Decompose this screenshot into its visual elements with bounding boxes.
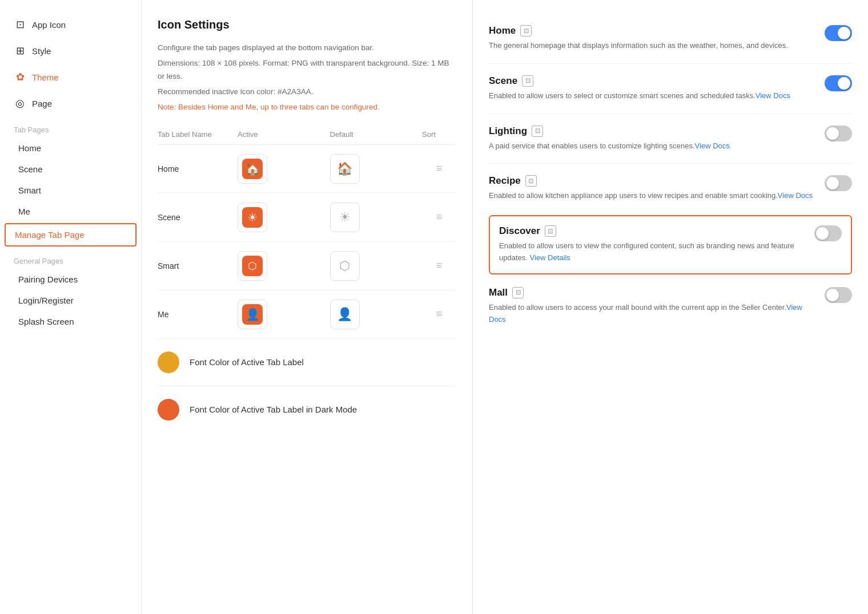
drag-handle-home[interactable]: ≡: [436, 163, 443, 175]
active-icon-home[interactable]: 🏠: [238, 154, 267, 184]
active-icon-smart[interactable]: ⬡: [238, 251, 267, 281]
home-toggle-track[interactable]: [825, 25, 852, 41]
sidebar-item-style[interactable]: ⊞ Style: [0, 38, 141, 64]
sidebar-item-pairing-devices[interactable]: Pairing Devices: [0, 269, 141, 290]
discover-toggle-track[interactable]: [814, 225, 842, 241]
feature-lighting-title: Lighting: [489, 126, 527, 137]
sidebar-item-splash-screen[interactable]: Splash Screen: [0, 311, 141, 332]
app-icon-icon: ⊡: [14, 18, 26, 31]
page-title: Icon Settings: [158, 18, 456, 31]
home-toggle[interactable]: [825, 25, 852, 41]
drag-handle-me[interactable]: ≡: [436, 308, 443, 320]
home-image-icon[interactable]: ⊡: [520, 25, 532, 37]
drag-handle-smart[interactable]: ≡: [436, 260, 443, 272]
tab-pages-section-label: Tab Pages: [0, 116, 141, 138]
lighting-toggle-track[interactable]: [825, 126, 852, 142]
sidebar-item-smart[interactable]: Smart: [0, 180, 141, 201]
font-color-dark-label: Font Color of Active Tab Label in Dark M…: [190, 405, 357, 414]
default-icon-me[interactable]: 👤: [330, 300, 360, 329]
feature-discover-desc: Enabled to allow users to view the confi…: [499, 240, 803, 264]
default-icon-scene[interactable]: ☀: [330, 203, 360, 232]
main-content: Icon Settings Configure the tab pages di…: [142, 0, 868, 614]
col-sort: Sort: [422, 130, 456, 139]
sidebar-item-label: App Icon: [32, 20, 66, 30]
sidebar-item-home[interactable]: Home: [0, 138, 141, 159]
sidebar-item-page[interactable]: ◎ Page: [0, 90, 141, 116]
default-icon-home[interactable]: 🏠: [330, 154, 360, 184]
feature-scene: Scene ⊡ Enabled to allow users to select…: [489, 64, 852, 114]
scene-view-docs-link[interactable]: View Docs: [756, 91, 790, 100]
scene-toggle[interactable]: [825, 75, 852, 91]
lighting-image-icon[interactable]: ⊡: [532, 126, 543, 137]
mall-image-icon[interactable]: ⊡: [512, 287, 524, 298]
sidebar-item-theme[interactable]: ✿ Theme: [0, 64, 141, 90]
lighting-toggle[interactable]: [825, 126, 852, 142]
row-label-scene: Scene: [158, 213, 238, 222]
home-toggle-knob: [838, 27, 850, 39]
feature-recipe-desc: Enabled to allow kitchen appliance app u…: [489, 190, 813, 202]
sidebar-item-scene[interactable]: Scene: [0, 159, 141, 180]
center-panel: Icon Settings Configure the tab pages di…: [142, 0, 473, 614]
feature-mall-desc: Enabled to allow users to access your ma…: [489, 302, 813, 326]
recipe-toggle-track[interactable]: [825, 175, 852, 191]
active-icon-scene[interactable]: ☀: [238, 203, 267, 232]
feature-lighting-desc: A paid service that enables users to cus…: [489, 140, 813, 152]
recipe-view-docs-link[interactable]: View Docs: [778, 191, 813, 200]
font-color-label: Font Color of Active Tab Label: [190, 357, 304, 367]
sidebar-item-manage-tab-page[interactable]: Manage Tab Page: [5, 223, 136, 247]
active-icon-me[interactable]: 👤: [238, 300, 267, 329]
sidebar-item-label: Style: [32, 46, 51, 56]
style-icon: ⊞: [14, 45, 26, 57]
recipe-toggle[interactable]: [825, 175, 852, 191]
feature-discover: Discover ⊡ Enabled to allow users to vie…: [489, 215, 852, 274]
sidebar-item-login-register[interactable]: Login/Register: [0, 290, 141, 311]
col-active: Active: [238, 130, 330, 139]
drag-handle-scene[interactable]: ≡: [436, 211, 443, 223]
lighting-toggle-knob: [826, 127, 839, 140]
feature-recipe: Recipe ⊡ Enabled to allow kitchen applia…: [489, 164, 852, 214]
sidebar-item-label: Theme: [32, 72, 59, 82]
col-default: Default: [330, 130, 423, 139]
table-header: Tab Label Name Active Default Sort: [158, 130, 456, 145]
table-row: Me 👤 👤 ≡: [158, 290, 456, 339]
feature-recipe-title: Recipe: [489, 175, 521, 187]
table-row: Smart ⬡ ⬡ ≡: [158, 242, 456, 290]
discover-toggle-knob: [816, 227, 829, 240]
feature-home-desc: The general homepage that displays infor…: [489, 40, 813, 52]
general-pages-section-label: General Pages: [0, 248, 141, 269]
page-icon: ◎: [14, 97, 26, 110]
discover-view-details-link[interactable]: View Details: [530, 253, 570, 262]
sidebar-item-app-icon[interactable]: ⊡ App Icon: [0, 11, 141, 38]
theme-icon: ✿: [14, 71, 26, 83]
col-label: Tab Label Name: [158, 130, 238, 139]
description-line-1: Configure the tab pages displayed at the…: [158, 42, 456, 55]
sidebar: ⊡ App Icon ⊞ Style ✿ Theme ◎ Page Tab Pa…: [0, 0, 142, 614]
right-panel: Home ⊡ The general homepage that display…: [473, 0, 868, 614]
recipe-image-icon[interactable]: ⊡: [525, 175, 537, 187]
default-icon-smart[interactable]: ⬡: [330, 251, 360, 281]
table-row: Scene ☀ ☀ ≡: [158, 193, 456, 242]
description-line-2: Dimensions: 108 × 108 pixels. Format: PN…: [158, 57, 456, 83]
mall-toggle[interactable]: [825, 287, 852, 303]
row-label-me: Me: [158, 310, 238, 319]
feature-mall: Mall ⊡ Enabled to allow users to access …: [489, 276, 852, 337]
font-color-dark-circle: [158, 399, 179, 421]
row-label-home: Home: [158, 164, 238, 173]
feature-scene-title: Scene: [489, 75, 517, 87]
discover-toggle[interactable]: [814, 225, 842, 241]
feature-home: Home ⊡ The general homepage that display…: [489, 14, 852, 64]
scene-toggle-track[interactable]: [825, 75, 852, 91]
feature-lighting: Lighting ⊡ A paid service that enables u…: [489, 114, 852, 164]
font-color-circle: [158, 352, 179, 373]
tab-table: Tab Label Name Active Default Sort Home …: [158, 130, 456, 339]
mall-toggle-track[interactable]: [825, 287, 852, 303]
description-line-3: Recommended inactive icon color: #A2A3AA…: [158, 86, 456, 99]
lighting-view-docs-link[interactable]: View Docs: [695, 142, 730, 150]
mall-toggle-knob: [826, 289, 839, 301]
scene-image-icon[interactable]: ⊡: [522, 75, 533, 87]
scene-toggle-knob: [838, 77, 850, 90]
font-color-dark-row[interactable]: Font Color of Active Tab Label in Dark M…: [158, 386, 456, 433]
discover-image-icon[interactable]: ⊡: [545, 225, 556, 237]
font-color-row[interactable]: Font Color of Active Tab Label: [158, 339, 456, 386]
sidebar-item-me[interactable]: Me: [0, 201, 141, 222]
